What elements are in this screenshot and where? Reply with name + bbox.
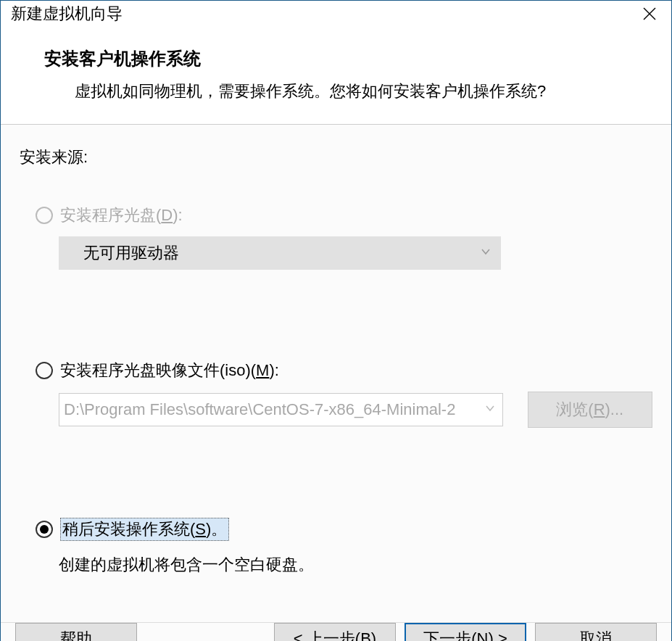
radio-later-label: 稍后安装操作系统(S)。 bbox=[60, 518, 229, 541]
option-iso-group: 安装程序光盘映像文件(iso)(M): D:\Program Files\sof… bbox=[20, 360, 652, 428]
radio-icon bbox=[36, 207, 53, 224]
iso-row: D:\Program Files\software\CentOS-7-x86_6… bbox=[59, 392, 652, 428]
wizard-window: 新建虚拟机向导 安装客户机操作系统 虚拟机如同物理机，需要操作系统。您将如何安装… bbox=[0, 0, 672, 641]
option-later-group: 稍后安装操作系统(S)。 创建的虚拟机将包含一个空白硬盘。 bbox=[20, 518, 652, 576]
chevron-down-icon bbox=[485, 403, 495, 416]
iso-path-combo[interactable]: D:\Program Files\software\CentOS-7-x86_6… bbox=[59, 393, 503, 426]
header-subtitle: 虚拟机如同物理机，需要操作系统。您将如何安装客户机操作系统? bbox=[44, 80, 650, 102]
browse-button[interactable]: 浏览(R)... bbox=[528, 392, 652, 428]
option-disc-group: 安装程序光盘(D): 无可用驱动器 bbox=[20, 204, 652, 270]
header-area: 安装客户机操作系统 虚拟机如同物理机，需要操作系统。您将如何安装客户机操作系统? bbox=[1, 27, 671, 124]
iso-path-text: D:\Program Files\software\CentOS-7-x86_6… bbox=[64, 400, 455, 419]
titlebar: 新建虚拟机向导 bbox=[1, 1, 671, 27]
radio-iso-label: 安装程序光盘映像文件(iso)(M): bbox=[60, 360, 279, 381]
spacer bbox=[20, 460, 652, 518]
help-button[interactable]: 帮助 bbox=[15, 623, 137, 641]
header-title: 安装客户机操作系统 bbox=[44, 47, 650, 70]
radio-icon bbox=[36, 521, 53, 538]
close-icon bbox=[642, 7, 657, 21]
chevron-down-icon bbox=[481, 247, 491, 260]
radio-icon bbox=[36, 362, 53, 379]
back-button[interactable]: < 上一步(B) bbox=[274, 623, 396, 641]
radio-iso[interactable]: 安装程序光盘映像文件(iso)(M): bbox=[20, 360, 652, 381]
radio-disc-label: 安装程序光盘(D): bbox=[60, 204, 183, 226]
radio-disc[interactable]: 安装程序光盘(D): bbox=[20, 204, 652, 226]
window-title: 新建虚拟机向导 bbox=[11, 3, 123, 25]
install-source-label: 安装来源: bbox=[20, 146, 652, 168]
disc-dropdown[interactable]: 无可用驱动器 bbox=[59, 236, 501, 270]
spacer bbox=[20, 302, 652, 360]
content-area: 安装来源: 安装程序光盘(D): 无可用驱动器 安装程序光盘 bbox=[1, 124, 671, 622]
disc-dropdown-text: 无可用驱动器 bbox=[83, 242, 179, 264]
next-button[interactable]: 下一步(N) > bbox=[405, 623, 526, 641]
later-description: 创建的虚拟机将包含一个空白硬盘。 bbox=[59, 554, 652, 576]
close-button[interactable] bbox=[635, 1, 664, 27]
cancel-button[interactable]: 取消 bbox=[535, 623, 657, 641]
radio-later[interactable]: 稍后安装操作系统(S)。 bbox=[20, 518, 652, 541]
button-bar: 帮助 < 上一步(B) 下一步(N) > 取消 bbox=[1, 622, 671, 641]
